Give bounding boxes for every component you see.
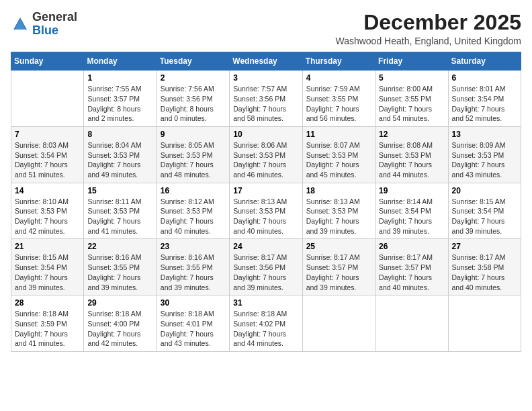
calendar-week-row: 7Sunrise: 8:03 AM Sunset: 3:54 PM Daylig…: [11, 126, 521, 183]
day-info: Sunrise: 8:12 AM Sunset: 3:53 PM Dayligh…: [161, 197, 226, 236]
calendar-cell: 3Sunrise: 7:57 AM Sunset: 3:56 PM Daylig…: [230, 71, 302, 127]
day-number: 12: [379, 130, 444, 139]
day-number: 8: [87, 130, 152, 139]
day-info: Sunrise: 8:16 AM Sunset: 3:55 PM Dayligh…: [87, 253, 152, 292]
day-number: 2: [161, 73, 226, 83]
calendar-cell: 30Sunrise: 8:18 AM Sunset: 4:01 PM Dayli…: [157, 295, 229, 352]
logo-general: General: [32, 10, 77, 24]
calendar-week-row: 21Sunrise: 8:15 AM Sunset: 3:54 PM Dayli…: [11, 239, 521, 295]
day-info: Sunrise: 8:14 AM Sunset: 3:54 PM Dayligh…: [379, 197, 444, 236]
day-number: 25: [306, 242, 371, 251]
calendar-cell: 2Sunrise: 7:56 AM Sunset: 3:56 PM Daylig…: [157, 71, 229, 127]
day-number: 31: [233, 298, 298, 308]
day-info: Sunrise: 7:55 AM Sunset: 3:57 PM Dayligh…: [87, 84, 152, 124]
calendar-cell: 26Sunrise: 8:17 AM Sunset: 3:57 PM Dayli…: [375, 239, 448, 295]
calendar-cell: 12Sunrise: 8:08 AM Sunset: 3:53 PM Dayli…: [375, 126, 448, 183]
day-number: 18: [306, 186, 371, 195]
logo-icon: [11, 15, 30, 34]
calendar-day-header: Saturday: [448, 52, 521, 71]
day-number: 28: [15, 298, 80, 308]
day-info: Sunrise: 8:16 AM Sunset: 3:55 PM Dayligh…: [161, 253, 226, 292]
day-number: 24: [233, 242, 298, 251]
calendar-week-row: 1Sunrise: 7:55 AM Sunset: 3:57 PM Daylig…: [11, 71, 521, 127]
day-info: Sunrise: 8:11 AM Sunset: 3:53 PM Dayligh…: [87, 197, 152, 236]
day-info: Sunrise: 8:17 AM Sunset: 3:56 PM Dayligh…: [233, 253, 298, 292]
day-info: Sunrise: 8:07 AM Sunset: 3:53 PM Dayligh…: [306, 140, 371, 180]
day-info: Sunrise: 8:06 AM Sunset: 3:53 PM Dayligh…: [233, 140, 298, 180]
calendar-cell: 7Sunrise: 8:03 AM Sunset: 3:54 PM Daylig…: [11, 126, 84, 183]
calendar-cell: 6Sunrise: 8:01 AM Sunset: 3:54 PM Daylig…: [448, 71, 521, 127]
title-block: December 2025 Washwood Heath, England, U…: [335, 11, 521, 46]
day-number: 6: [452, 73, 517, 83]
day-info: Sunrise: 8:18 AM Sunset: 4:02 PM Dayligh…: [233, 309, 298, 349]
calendar-table: SundayMondayTuesdayWednesdayThursdayFrid…: [11, 52, 521, 352]
calendar-cell: 23Sunrise: 8:16 AM Sunset: 3:55 PM Dayli…: [157, 239, 229, 295]
calendar-cell: 20Sunrise: 8:15 AM Sunset: 3:54 PM Dayli…: [448, 183, 521, 239]
day-info: Sunrise: 8:18 AM Sunset: 4:00 PM Dayligh…: [87, 309, 152, 349]
day-number: 9: [161, 130, 226, 139]
day-number: 15: [87, 186, 152, 195]
day-number: 17: [233, 186, 298, 195]
calendar-cell: 28Sunrise: 8:18 AM Sunset: 3:59 PM Dayli…: [11, 295, 84, 352]
day-info: Sunrise: 8:13 AM Sunset: 3:53 PM Dayligh…: [233, 197, 298, 236]
day-number: 23: [161, 242, 226, 251]
calendar-day-header: Friday: [375, 52, 448, 71]
calendar-cell: 21Sunrise: 8:15 AM Sunset: 3:54 PM Dayli…: [11, 239, 84, 295]
calendar-cell: 18Sunrise: 8:13 AM Sunset: 3:53 PM Dayli…: [302, 183, 375, 239]
day-info: Sunrise: 8:03 AM Sunset: 3:54 PM Dayligh…: [15, 140, 80, 180]
day-number: 30: [161, 298, 226, 308]
calendar-day-header: Monday: [84, 52, 157, 71]
calendar-header-row: SundayMondayTuesdayWednesdayThursdayFrid…: [11, 52, 521, 71]
day-number: 13: [452, 130, 517, 139]
day-info: Sunrise: 8:00 AM Sunset: 3:55 PM Dayligh…: [379, 84, 444, 124]
calendar-cell: [375, 295, 448, 352]
day-info: Sunrise: 8:13 AM Sunset: 3:53 PM Dayligh…: [306, 197, 371, 236]
calendar-cell: 9Sunrise: 8:05 AM Sunset: 3:53 PM Daylig…: [157, 126, 229, 183]
logo: General Blue: [11, 11, 77, 38]
day-number: 11: [306, 130, 371, 139]
day-info: Sunrise: 8:10 AM Sunset: 3:53 PM Dayligh…: [15, 197, 80, 236]
page-header: General Blue December 2025 Washwood Heat…: [11, 11, 521, 46]
day-info: Sunrise: 7:56 AM Sunset: 3:56 PM Dayligh…: [161, 84, 226, 124]
calendar-week-row: 28Sunrise: 8:18 AM Sunset: 3:59 PM Dayli…: [11, 295, 521, 352]
calendar-cell: 14Sunrise: 8:10 AM Sunset: 3:53 PM Dayli…: [11, 183, 84, 239]
day-number: 10: [233, 130, 298, 139]
day-number: 1: [87, 73, 152, 83]
day-number: 20: [452, 186, 517, 195]
day-number: 7: [15, 130, 80, 139]
day-info: Sunrise: 8:01 AM Sunset: 3:54 PM Dayligh…: [452, 84, 517, 124]
calendar-day-header: Wednesday: [230, 52, 302, 71]
day-info: Sunrise: 8:08 AM Sunset: 3:53 PM Dayligh…: [379, 140, 444, 180]
day-info: Sunrise: 7:59 AM Sunset: 3:55 PM Dayligh…: [306, 84, 371, 124]
logo-text: General Blue: [32, 11, 77, 38]
day-number: 27: [452, 242, 517, 251]
day-info: Sunrise: 8:18 AM Sunset: 4:01 PM Dayligh…: [161, 309, 226, 349]
logo-blue: Blue: [32, 24, 58, 37]
calendar-cell: 15Sunrise: 8:11 AM Sunset: 3:53 PM Dayli…: [84, 183, 157, 239]
day-info: Sunrise: 8:04 AM Sunset: 3:53 PM Dayligh…: [87, 140, 152, 180]
calendar-cell: [302, 295, 375, 352]
month-year: December 2025: [335, 11, 521, 34]
day-info: Sunrise: 8:17 AM Sunset: 3:57 PM Dayligh…: [306, 253, 371, 292]
calendar-day-header: Tuesday: [157, 52, 229, 71]
calendar-cell: 8Sunrise: 8:04 AM Sunset: 3:53 PM Daylig…: [84, 126, 157, 183]
calendar-cell: 24Sunrise: 8:17 AM Sunset: 3:56 PM Dayli…: [230, 239, 302, 295]
day-number: 21: [15, 242, 80, 251]
calendar-cell: 5Sunrise: 8:00 AM Sunset: 3:55 PM Daylig…: [375, 71, 448, 127]
day-info: Sunrise: 8:15 AM Sunset: 3:54 PM Dayligh…: [452, 197, 517, 236]
day-info: Sunrise: 8:15 AM Sunset: 3:54 PM Dayligh…: [15, 253, 80, 292]
day-number: 22: [87, 242, 152, 251]
day-info: Sunrise: 8:17 AM Sunset: 3:58 PM Dayligh…: [452, 253, 517, 292]
day-info: Sunrise: 8:05 AM Sunset: 3:53 PM Dayligh…: [161, 140, 226, 180]
calendar-cell: 27Sunrise: 8:17 AM Sunset: 3:58 PM Dayli…: [448, 239, 521, 295]
calendar-cell: 16Sunrise: 8:12 AM Sunset: 3:53 PM Dayli…: [157, 183, 229, 239]
day-number: 4: [306, 73, 371, 83]
calendar-cell: 11Sunrise: 8:07 AM Sunset: 3:53 PM Dayli…: [302, 126, 375, 183]
calendar-cell: 29Sunrise: 8:18 AM Sunset: 4:00 PM Dayli…: [84, 295, 157, 352]
calendar-day-header: Thursday: [302, 52, 375, 71]
calendar-cell: [11, 71, 84, 127]
calendar-cell: 22Sunrise: 8:16 AM Sunset: 3:55 PM Dayli…: [84, 239, 157, 295]
calendar-cell: 31Sunrise: 8:18 AM Sunset: 4:02 PM Dayli…: [230, 295, 302, 352]
calendar-week-row: 14Sunrise: 8:10 AM Sunset: 3:53 PM Dayli…: [11, 183, 521, 239]
day-info: Sunrise: 7:57 AM Sunset: 3:56 PM Dayligh…: [233, 84, 298, 124]
